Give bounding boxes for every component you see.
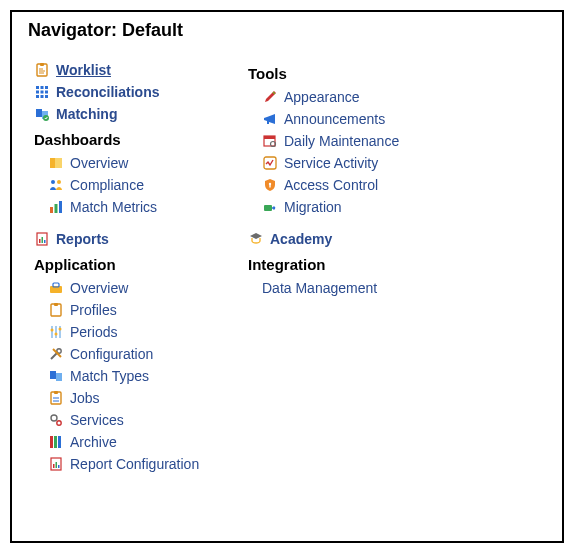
nav-app-jobs[interactable]: Jobs — [48, 387, 218, 409]
nav-label: Compliance — [70, 177, 144, 193]
nav-app-match-types[interactable]: Match Types — [48, 365, 218, 387]
section-application: Application — [34, 256, 218, 273]
calendar-gear-icon — [262, 133, 278, 149]
tools-icon — [48, 346, 64, 362]
report-icon — [34, 231, 50, 247]
nav-dash-metrics[interactable]: Match Metrics — [48, 196, 218, 218]
megaphone-icon — [262, 111, 278, 127]
svg-rect-2 — [36, 86, 39, 89]
nav-label: Reconciliations — [56, 84, 159, 100]
nav-tools-access-control[interactable]: Access Control — [262, 174, 546, 196]
svg-rect-39 — [50, 436, 53, 448]
svg-rect-36 — [54, 391, 58, 394]
nav-app-configuration[interactable]: Configuration — [48, 343, 218, 365]
svg-rect-18 — [50, 207, 53, 213]
nav-label: Jobs — [70, 390, 100, 406]
nav-matching[interactable]: Matching — [34, 103, 218, 125]
svg-rect-52 — [264, 205, 272, 211]
nav-label: Services — [70, 412, 124, 428]
migration-icon — [262, 199, 278, 215]
nav-label: Daily Maintenance — [284, 133, 399, 149]
svg-rect-19 — [55, 204, 58, 213]
nav-tools-daily-maint[interactable]: Daily Maintenance — [262, 130, 546, 152]
svg-rect-41 — [58, 436, 61, 448]
svg-rect-34 — [56, 373, 62, 381]
svg-rect-47 — [264, 136, 275, 139]
nav-app-periods[interactable]: Periods — [48, 321, 218, 343]
nav-label: Report Configuration — [70, 456, 199, 472]
nav-label: Appearance — [284, 89, 360, 105]
nav-integration-data-mgmt[interactable]: Data Management — [262, 277, 377, 299]
activity-icon — [262, 155, 278, 171]
svg-rect-45 — [58, 465, 60, 468]
svg-rect-5 — [36, 91, 39, 94]
nav-tools-announcements[interactable]: Announcements — [262, 108, 546, 130]
left-column: Worklist Reconciliations Matching — [28, 59, 218, 475]
nav-label: Matching — [56, 106, 117, 122]
svg-rect-3 — [41, 86, 44, 89]
svg-rect-1 — [40, 63, 44, 66]
svg-point-30 — [55, 333, 58, 336]
nav-tools-appearance[interactable]: Appearance — [262, 86, 546, 108]
nav-label: Overview — [70, 155, 128, 171]
shield-icon — [262, 177, 278, 193]
svg-rect-24 — [44, 240, 46, 243]
nav-label: Periods — [70, 324, 117, 340]
folder-icon — [48, 155, 64, 171]
svg-rect-7 — [45, 91, 48, 94]
match-types-icon — [48, 368, 64, 384]
nav-label: Archive — [70, 434, 117, 450]
svg-point-38 — [57, 421, 61, 425]
gears-icon — [48, 412, 64, 428]
pencil-icon — [262, 89, 278, 105]
nav-reports[interactable]: Reports — [34, 228, 218, 250]
svg-rect-15 — [55, 158, 62, 168]
nav-app-overview[interactable]: Overview — [48, 277, 218, 299]
nav-label: Academy — [270, 231, 332, 247]
nav-tools-service-activity[interactable]: Service Activity — [262, 152, 546, 174]
svg-rect-9 — [41, 95, 44, 98]
academy-icon — [248, 231, 264, 247]
svg-rect-14 — [50, 158, 55, 168]
svg-rect-4 — [45, 86, 48, 89]
nav-app-report-config[interactable]: Report Configuration — [48, 453, 218, 475]
svg-rect-51 — [269, 185, 270, 188]
nav-label: Service Activity — [284, 155, 378, 171]
nav-worklist[interactable]: Worklist — [34, 59, 218, 81]
svg-rect-23 — [42, 237, 44, 243]
nav-label: Match Types — [70, 368, 149, 384]
svg-point-16 — [51, 180, 55, 184]
nav-label: Migration — [284, 199, 342, 215]
svg-rect-6 — [41, 91, 44, 94]
svg-point-37 — [51, 415, 57, 421]
clipboard-icon — [48, 302, 64, 318]
svg-rect-49 — [264, 157, 276, 169]
nav-dash-compliance[interactable]: Compliance — [48, 174, 218, 196]
svg-rect-33 — [50, 371, 56, 379]
svg-rect-28 — [54, 303, 58, 306]
svg-rect-11 — [36, 109, 42, 117]
nav-app-profiles[interactable]: Profiles — [48, 299, 218, 321]
svg-rect-8 — [36, 95, 39, 98]
nav-label: Access Control — [284, 177, 378, 193]
nav-app-services[interactable]: Services — [48, 409, 218, 431]
svg-rect-43 — [53, 464, 55, 468]
section-dashboards: Dashboards — [34, 131, 218, 148]
nav-academy[interactable]: Academy — [248, 228, 546, 250]
archive-icon — [48, 434, 64, 450]
nav-app-archive[interactable]: Archive — [48, 431, 218, 453]
nav-label: Announcements — [284, 111, 385, 127]
svg-rect-20 — [59, 201, 62, 213]
nav-dash-overview[interactable]: Overview — [48, 152, 218, 174]
report-config-icon — [48, 456, 64, 472]
section-tools: Tools — [248, 65, 546, 82]
nav-tools-migration[interactable]: Migration — [262, 196, 546, 218]
columns: Worklist Reconciliations Matching — [28, 59, 546, 475]
nav-label: Profiles — [70, 302, 117, 318]
svg-rect-10 — [45, 95, 48, 98]
matching-icon — [34, 106, 50, 122]
nav-reconciliations[interactable]: Reconciliations — [34, 81, 218, 103]
sliders-icon — [48, 324, 64, 340]
grid-icon — [34, 84, 50, 100]
people-icon — [48, 177, 64, 193]
